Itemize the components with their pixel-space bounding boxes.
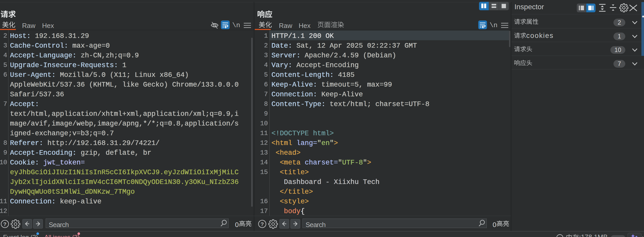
svg-text:?: ? xyxy=(261,221,264,227)
svg-text:?: ? xyxy=(3,221,7,227)
